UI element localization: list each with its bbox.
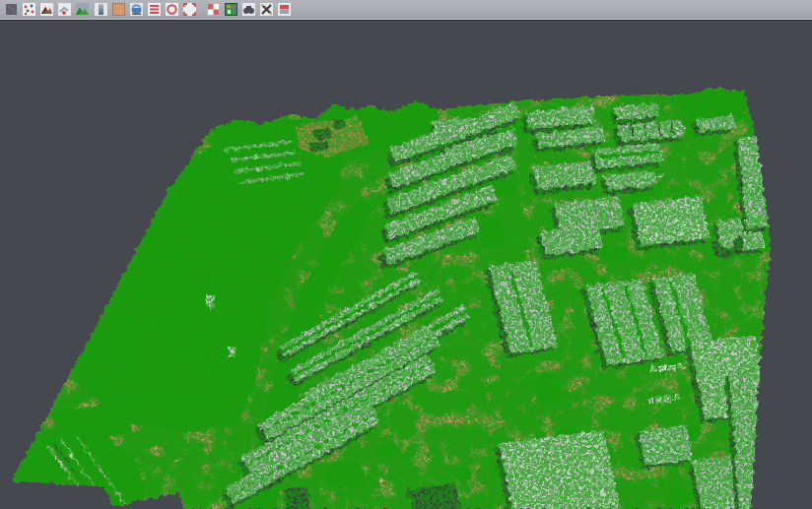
- main-toolbar: [0, 0, 812, 20]
- terrain-brown-icon[interactable]: [39, 3, 53, 17]
- flag-tool-icon[interactable]: [278, 3, 292, 17]
- binoculars-icon[interactable]: [241, 3, 255, 17]
- scatter-points-icon[interactable]: [22, 3, 35, 17]
- elevation-ramp-icon[interactable]: [94, 3, 107, 17]
- circle-tool-icon[interactable]: [166, 3, 179, 17]
- 3d-viewport[interactable]: [0, 21, 812, 509]
- terrain-green-icon[interactable]: [76, 3, 90, 17]
- cross-section-icon[interactable]: [260, 3, 274, 17]
- zoom-extents-icon[interactable]: [183, 3, 197, 17]
- classification-palette-icon[interactable]: [224, 3, 237, 17]
- grid-pattern-icon[interactable]: [206, 3, 220, 17]
- globe-icon[interactable]: [129, 3, 143, 17]
- open-data-icon[interactable]: [4, 3, 18, 17]
- application-window: [0, 0, 812, 509]
- ortho-image-icon[interactable]: [111, 3, 125, 17]
- point-marker-icon[interactable]: [58, 3, 72, 17]
- point-cloud-scene: [0, 21, 812, 509]
- profile-lines-icon[interactable]: [148, 3, 162, 17]
